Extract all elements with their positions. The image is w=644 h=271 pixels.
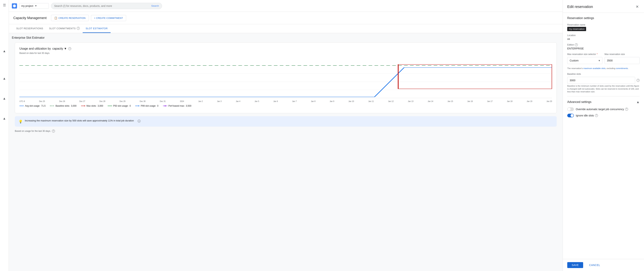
max-size-row: Max reservation size selector * Custom A… [567,53,640,64]
reservation-settings-title: Reservation settings [567,17,640,20]
reservation-icon: 📋 [54,17,57,20]
chart-legend: Avg slot usage: 71.5 Baseline slots: 3,0… [20,103,552,109]
edition-help-icon[interactable]: ? [575,43,578,46]
advanced-settings-title: Advanced settings [567,100,592,104]
svg-rect-5 [398,64,552,89]
create-reservation-button[interactable]: 📋 CREATE RESERVATION [51,15,88,21]
svg-marker-12 [138,105,140,106]
cancel-button[interactable]: CANCEL [585,262,604,268]
auto-concurrency-slider [567,107,574,111]
page-header: Capacity Management 📋 CREATE RESERVATION… [9,12,562,24]
search-bar: Search [51,3,162,9]
panel-title: Edit reservation [567,5,593,9]
chart-svg [20,57,552,98]
suggestion-box: 💡 Increasing the maximum reservation siz… [15,116,557,127]
panel-footer: SAVE CANCEL [563,259,644,271]
commitments-link[interactable]: commitments [616,67,628,69]
edition-label: Edition ? [567,43,640,46]
auto-concurrency-help-icon[interactable]: ? [625,108,628,111]
sidebar-collapse-4[interactable]: ▲ [1,115,8,122]
reservation-name-field: Reservation name my-reservation [567,24,640,31]
max-size-selector-select[interactable]: Custom Auto Manual [567,57,602,64]
legend-line-avg-icon [20,105,24,107]
sidebar: ☰ ▲ ▲ ▲ ▲ [0,0,9,271]
tab-slot-estimator[interactable]: SLOT ESTIMATOR [83,25,110,33]
legend-dashed-baseline-icon [50,105,54,107]
idle-slots-toggle-row: Ignore idle slots ? [567,114,640,117]
chart-title-row: Usage and utilization by capacity ▼ ? [20,47,552,50]
auto-concurrency-toggle[interactable] [567,107,574,111]
chart-area [20,57,552,98]
estimator-title: Enterprise Slot Estimator [12,36,560,40]
svg-marker-14 [164,105,166,107]
max-size-label: Max reservation size [604,53,640,56]
suggestion-text: Increasing the maximum reservation size … [25,119,134,122]
legend-p50-slot: P50 slot usage: 0 [108,105,131,107]
reservation-settings-section: Reservation settings [567,17,640,21]
location-value: us [567,37,640,40]
idle-slots-label: Ignore idle slots ? [576,114,598,117]
project-selector[interactable]: my project ▼ [19,3,49,9]
idle-slots-slider [567,114,574,117]
max-size-input[interactable] [604,57,640,64]
chart-subtitle: Based on data for last 30 days. [20,52,552,54]
legend-diamond-perf-icon [163,105,168,107]
suggestion-help-icon[interactable]: ℹ [138,120,140,123]
chart-selector-arrow-icon: ▼ [64,47,67,50]
svg-marker-9 [84,105,86,106]
edit-reservation-panel: Edit reservation ✕ Reservation settings … [562,0,644,271]
main-area: my project ▼ Search Capacity Management … [9,0,562,271]
max-size-selector-label: Max reservation size selector * [567,53,602,56]
max-size-selector-wrapper: Custom Auto Manual ▼ [567,57,602,64]
auto-concurrency-label: Override automatic target job concurrenc… [576,108,628,111]
chart-section: Usage and utilization by capacity ▼ ? Ba… [15,42,557,113]
tab-slot-reservations[interactable]: SLOT RESERVATIONS [13,25,46,33]
chart-help-icon[interactable]: ? [68,47,71,50]
baseline-helper-text: Baseline is the minimum number of slots … [567,85,640,93]
header-actions: 📋 CREATE RESERVATION + CREATE COMMITMENT [51,15,126,21]
sidebar-collapse-2[interactable]: ▲ [1,75,8,82]
sidebar-collapse-3[interactable]: ▲ [1,95,8,102]
max-size-selector-group: Max reservation size selector * Custom A… [567,53,602,64]
chart-section-title: Usage and utilization by [20,47,51,50]
legend-perf-based-max: Perf-based max: 3,500 [163,105,192,107]
create-commitment-button[interactable]: + CREATE COMMITMENT [91,15,126,21]
baseline-slots-label: Baseline slots [567,73,640,75]
location-label: Location [567,34,640,37]
edition-field: Edition ? ENTERPRISE [567,43,640,50]
advanced-settings-chevron-icon: ▲ [636,100,640,104]
advanced-settings-section: Advanced settings ▲ Override automatic t… [567,96,640,117]
required-star: * [597,53,598,56]
page-content: Capacity Management 📋 CREATE RESERVATION… [9,12,562,271]
advanced-settings-header[interactable]: Advanced settings ▲ [567,99,640,105]
note-help-icon[interactable]: ? [52,130,55,133]
baseline-help-icon[interactable]: ? [636,79,640,82]
search-input[interactable] [54,5,150,8]
x-axis: UTC-8 Dec 25 Dec 26 Dec 27 Dec 28 Dec 29… [20,100,552,103]
search-wrapper: Search [51,3,162,9]
idle-slots-help-icon[interactable]: ? [595,114,598,117]
legend-max-slots: Max slots: 3,000 [81,105,103,107]
panel-body: Reservation settings Reservation name my… [563,13,644,121]
topbar-logo [12,3,17,9]
baseline-slots-input[interactable] [567,77,635,84]
panel-close-button[interactable]: ✕ [635,4,640,10]
sidebar-menu-icon[interactable]: ☰ [1,2,8,9]
auto-concurrency-toggle-row: Override automatic target job concurrenc… [567,107,640,111]
idle-slots-toggle[interactable] [567,114,574,117]
advanced-settings-content: Override automatic target job concurrenc… [567,105,640,117]
max-available-slots-link[interactable]: maximum available slots [583,67,606,69]
max-size-input-group: Max reservation size [604,53,640,64]
tabs: SLOT RESERVATIONS SLOT COMMITMENTS ? SLO… [9,24,562,33]
search-button[interactable]: Search [151,5,159,7]
save-button[interactable]: SAVE [567,262,583,268]
legend-avg-slot: Avg slot usage: 71.5 [20,105,46,107]
chart-selector-button[interactable]: capacity ▼ [52,47,67,50]
sidebar-collapse-1[interactable]: ▲ [1,47,8,55]
project-name: my project [21,5,33,8]
slot-commitments-help-icon[interactable]: ? [77,27,80,30]
suggestion-bulb-icon: 💡 [18,120,22,124]
tab-slot-commitments[interactable]: SLOT COMMITMENTS ? [46,24,83,33]
edition-value: ENTERPRISE [567,47,640,50]
reservation-name-value: my-reservation [567,27,586,31]
